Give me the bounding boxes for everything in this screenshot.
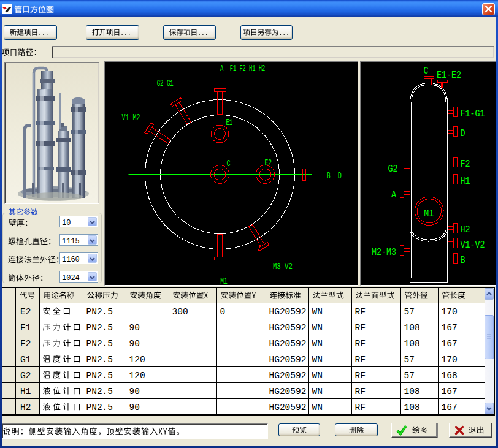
- svg-text:RF: RF: [355, 403, 366, 412]
- svg-text:57: 57: [404, 371, 415, 381]
- svg-text:120: 120: [129, 371, 145, 381]
- svg-text:F1: F1: [20, 323, 31, 333]
- svg-text:1024: 1024: [62, 274, 80, 283]
- svg-text:1115: 1115: [62, 237, 80, 246]
- svg-text:108: 108: [404, 387, 420, 397]
- svg-text:168: 168: [442, 371, 458, 381]
- svg-text:WN: WN: [312, 323, 323, 333]
- svg-text:HG20592: HG20592: [269, 307, 307, 317]
- svg-text:WN: WN: [312, 371, 323, 381]
- svg-text:120: 120: [129, 355, 145, 365]
- svg-text:0: 0: [220, 307, 226, 317]
- svg-text:108: 108: [404, 403, 420, 412]
- svg-text:WN: WN: [312, 387, 323, 397]
- svg-text:PN2.5: PN2.5: [86, 339, 113, 349]
- svg-text:PN2.5: PN2.5: [86, 355, 113, 365]
- svg-text:RF: RF: [355, 339, 366, 349]
- svg-text:HG20592: HG20592: [269, 355, 307, 365]
- svg-text:167: 167: [442, 339, 458, 349]
- svg-text:90: 90: [129, 323, 140, 333]
- svg-text:108: 108: [404, 339, 420, 349]
- svg-text:57: 57: [404, 355, 415, 365]
- svg-text:HG20592: HG20592: [269, 339, 307, 349]
- svg-text:H2: H2: [20, 403, 31, 412]
- svg-text:PN2.5: PN2.5: [86, 307, 113, 317]
- svg-text:G2: G2: [20, 371, 31, 381]
- svg-text:108: 108: [404, 323, 420, 333]
- svg-text:WN: WN: [312, 403, 323, 412]
- svg-text:HG20592: HG20592: [269, 387, 307, 397]
- svg-text:167: 167: [442, 387, 458, 397]
- svg-text:PN2.5: PN2.5: [86, 371, 113, 381]
- svg-text:WN: WN: [312, 339, 323, 349]
- svg-text:10: 10: [62, 219, 71, 227]
- svg-text:90: 90: [129, 403, 140, 412]
- svg-text:170: 170: [442, 307, 458, 317]
- svg-text:PN2.5: PN2.5: [86, 403, 113, 412]
- svg-text:PN2.5: PN2.5: [86, 387, 113, 397]
- svg-text:RF: RF: [355, 387, 366, 397]
- svg-text:WN: WN: [312, 355, 323, 365]
- svg-text:G1: G1: [20, 355, 31, 365]
- svg-text:57: 57: [404, 307, 415, 317]
- svg-text:HG20592: HG20592: [269, 371, 307, 381]
- svg-text:HG20592: HG20592: [269, 323, 307, 333]
- svg-text:PN2.5: PN2.5: [86, 323, 113, 333]
- svg-text:RF: RF: [355, 371, 366, 381]
- svg-text:RF: RF: [355, 307, 366, 317]
- svg-text:RF: RF: [355, 323, 366, 333]
- svg-text:WN: WN: [312, 307, 323, 317]
- svg-text:H1: H1: [20, 387, 31, 397]
- svg-text:90: 90: [129, 339, 140, 349]
- svg-text:170: 170: [442, 355, 458, 365]
- svg-text:90: 90: [129, 387, 140, 397]
- svg-text:167: 167: [442, 323, 458, 333]
- svg-text:RF: RF: [355, 355, 366, 365]
- svg-text:HG20592: HG20592: [269, 403, 307, 412]
- svg-text:E2: E2: [20, 307, 31, 317]
- svg-text:167: 167: [442, 403, 458, 412]
- svg-text:1160: 1160: [62, 256, 80, 264]
- svg-text:F2: F2: [20, 339, 31, 349]
- svg-text:300: 300: [172, 307, 188, 317]
